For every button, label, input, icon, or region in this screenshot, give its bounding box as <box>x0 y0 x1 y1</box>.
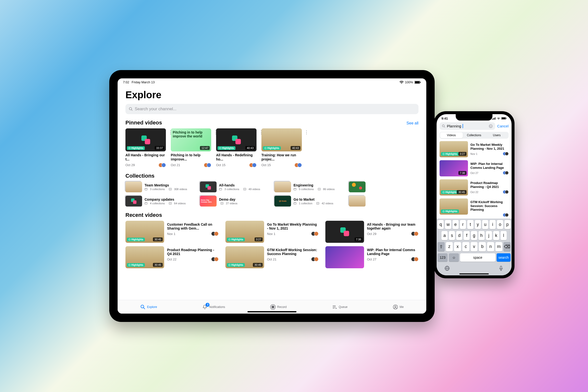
collection-item[interactable]: Demo Day October 2021Demo day27 videos <box>200 196 270 206</box>
home-indicator[interactable] <box>460 274 489 274</box>
key-s[interactable]: s <box>449 231 455 240</box>
key-backspace[interactable]: ⌫ <box>504 242 510 251</box>
tab-me[interactable]: Me <box>393 304 404 310</box>
collection-item[interactable] <box>349 196 418 206</box>
avatars <box>503 152 508 156</box>
search-result[interactable]: 7:38WIP: Plan for Internal Comms Landing… <box>440 160 508 176</box>
key-numbers[interactable]: 123 <box>438 253 448 262</box>
seg-collections[interactable]: Collections <box>463 132 486 138</box>
key-t[interactable]: t <box>467 220 473 229</box>
video-thumbnail[interactable]: Highlights40:43 <box>262 128 302 152</box>
clear-icon[interactable]: ✕ <box>489 124 493 128</box>
video-thumbnail[interactable]: Highlights30:45 <box>126 221 164 243</box>
key-j[interactable]: j <box>486 231 492 240</box>
video-thumbnail[interactable]: Highlights40:43 <box>216 128 256 152</box>
phone-search-input[interactable]: Planning ✕ <box>440 122 495 130</box>
tab-notifications[interactable]: 3 Notifications <box>202 304 225 310</box>
video-thumbnail[interactable]: Highlights30:45 <box>226 246 264 268</box>
see-all-link[interactable]: See all <box>406 121 418 126</box>
iphone-screen: 9:41 Planning ✕ Cancel Videos Collection… <box>436 114 512 276</box>
key-shift[interactable]: ⇧ <box>438 242 445 251</box>
key-i[interactable]: i <box>490 220 496 229</box>
key-f[interactable]: f <box>464 231 470 240</box>
collection-item[interactable]: Company updates4 collections64 videos <box>126 196 195 206</box>
key-u[interactable]: u <box>482 220 488 229</box>
video-card[interactable]: Pitching in to help improve the world12:… <box>171 128 211 167</box>
video-card[interactable]: WIP: Plan for Internal Comms Landing Pag… <box>325 246 418 268</box>
key-search[interactable]: search <box>496 253 510 262</box>
cancel-button[interactable]: Cancel <box>497 124 508 128</box>
collection-thumbnail <box>349 196 366 206</box>
key-h[interactable]: h <box>478 231 484 240</box>
video-thumbnail[interactable]: Pitching in to help improve the world12:… <box>171 128 211 152</box>
key-w[interactable]: w <box>445 220 451 229</box>
key-e[interactable]: e <box>452 220 459 229</box>
video-card[interactable]: 7:38All Hands - Bringing our team togeth… <box>325 221 418 243</box>
tab-explore[interactable]: Explore <box>140 304 157 310</box>
video-card[interactable]: Highlights30:45Customer Feedback Call on… <box>126 221 218 243</box>
key-space[interactable]: space <box>460 253 496 262</box>
seg-videos[interactable]: Videos <box>440 132 463 138</box>
avatars <box>311 257 318 262</box>
tab-record[interactable]: Record <box>270 304 287 310</box>
key-d[interactable]: d <box>456 231 462 240</box>
seg-users[interactable]: Users <box>485 132 508 138</box>
video-thumbnail[interactable]: Highlights <box>440 198 468 214</box>
avatars <box>311 232 318 236</box>
video-thumbnail[interactable]: 7:38 <box>325 221 364 243</box>
highlights-badge: Highlights <box>127 263 145 267</box>
collection-item[interactable]: Team Meetings3 collections308 videos <box>126 182 195 192</box>
bell-icon: 3 <box>202 304 208 310</box>
key-y[interactable]: y <box>475 220 481 229</box>
collection-item[interactable]: Engineering5 collections86 videos <box>274 182 344 192</box>
key-l[interactable]: l <box>500 231 507 240</box>
key-z[interactable]: z <box>446 242 453 251</box>
video-card[interactable]: Highlights3:27Go To Market Weekly Planni… <box>226 221 318 243</box>
video-title: GTM Kickoff Working Session: Success Pla… <box>267 248 318 256</box>
svg-line-40 <box>444 127 445 128</box>
home-indicator[interactable] <box>248 311 296 312</box>
key-q[interactable]: q <box>438 220 444 229</box>
video-thumbnail[interactable]: Highlights30:45 <box>440 179 468 196</box>
key-v[interactable]: v <box>471 242 478 251</box>
video-thumbnail[interactable]: Highlights3:27 <box>440 141 468 157</box>
key-a[interactable]: a <box>442 231 448 240</box>
key-r[interactable]: r <box>460 220 466 229</box>
avatars <box>211 232 218 236</box>
key-p[interactable]: p <box>504 220 510 229</box>
more-icon[interactable]: ⋮ <box>303 130 309 134</box>
key-g[interactable]: g <box>471 231 477 240</box>
video-thumbnail[interactable] <box>325 246 364 268</box>
globe-icon[interactable] <box>444 265 450 272</box>
video-card[interactable]: Highlights40:43Training: How we run proj… <box>262 128 302 167</box>
highlights-badge: Highlights <box>263 146 281 150</box>
key-c[interactable]: c <box>462 242 470 251</box>
search-result[interactable]: HighlightsGTM Kickoff Working Session: S… <box>440 198 508 217</box>
tab-queue[interactable]: Queue <box>332 304 348 310</box>
key-m[interactable]: m <box>496 242 502 251</box>
key-n[interactable]: n <box>487 242 494 251</box>
key-b[interactable]: b <box>479 242 486 251</box>
video-thumbnail[interactable]: Highlights30:45 <box>126 246 164 268</box>
key-emoji[interactable]: ☺ <box>449 253 459 262</box>
key-o[interactable]: o <box>497 220 503 229</box>
svg-rect-34 <box>494 118 495 120</box>
video-thumbnail[interactable]: Highlights33:37 <box>126 128 166 152</box>
video-card[interactable]: Highlights30:45GTM Kickoff Working Sessi… <box>226 246 318 268</box>
collection-item[interactable]: All-hands3 collections49 videos <box>200 182 270 192</box>
page-title: Explore <box>126 90 418 100</box>
collection-item[interactable] <box>349 182 418 192</box>
video-thumbnail[interactable]: Highlights3:27 <box>226 221 264 243</box>
search-input[interactable]: Search your channel... <box>126 104 418 114</box>
search-result[interactable]: Highlights30:45Product Roadmap Planning … <box>440 179 508 196</box>
collection-item[interactable]: Q3 GoalsGo to Market1 collection42 video… <box>274 196 344 206</box>
key-x[interactable]: x <box>454 242 461 251</box>
video-card[interactable]: Highlights40:43All Hands - Redefining ho… <box>216 128 256 167</box>
key-k[interactable]: k <box>493 231 499 240</box>
video-thumbnail[interactable]: 7:38 <box>440 160 468 176</box>
search-result[interactable]: Highlights3:27Go To Market Weekly Planni… <box>440 141 508 157</box>
video-card[interactable]: Highlights30:45Product Roadmap Planning … <box>126 246 218 268</box>
video-card[interactable]: Highlights33:37All Hands - Bringing our … <box>126 128 166 167</box>
mic-icon[interactable] <box>498 265 504 272</box>
result-title: Product Roadmap Planning - Q4 2021 <box>470 181 508 189</box>
